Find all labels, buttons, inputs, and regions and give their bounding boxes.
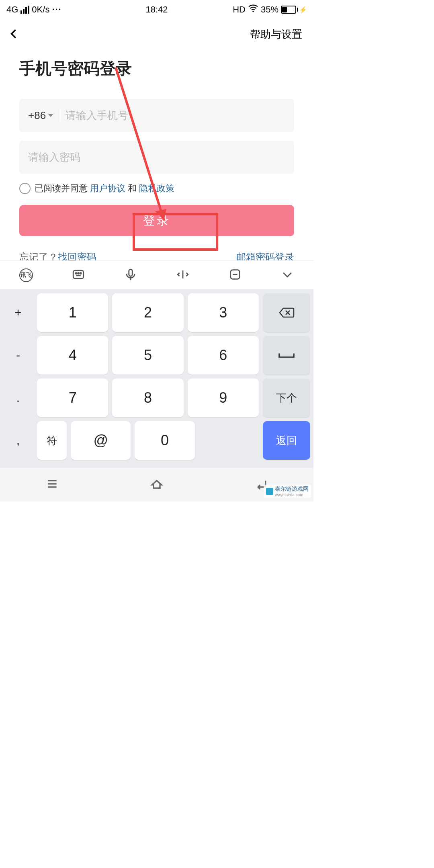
nav-menu-icon[interactable]: [44, 477, 60, 492]
key-at[interactable]: @: [71, 421, 131, 460]
watermark-logo-icon: [266, 488, 273, 495]
ime-brand-icon[interactable]: 讯飞: [19, 268, 33, 282]
password-input-row: [19, 141, 294, 174]
key-7[interactable]: 7: [37, 379, 108, 417]
wifi-icon: [248, 3, 258, 16]
keyboard-switch-icon[interactable]: [72, 268, 85, 283]
back-icon[interactable]: [8, 28, 20, 41]
svg-point-4: [76, 272, 77, 274]
key-0[interactable]: 0: [135, 421, 194, 460]
svg-point-5: [78, 272, 79, 274]
keyboard-toolbar: 讯飞: [0, 260, 313, 289]
help-settings-link[interactable]: 帮助与设置: [250, 27, 302, 41]
key-blank: [199, 421, 259, 460]
key-comma[interactable]: ,: [3, 421, 33, 460]
signal-icon: [20, 6, 29, 14]
user-agreement-link[interactable]: 用户协议: [90, 183, 125, 193]
key-plus[interactable]: +: [3, 293, 33, 332]
key-space[interactable]: [263, 336, 310, 375]
status-bar: 4G 0K/s ··· 18:42 HD 35% ⚡: [0, 0, 313, 19]
key-1[interactable]: 1: [37, 293, 108, 332]
key-next[interactable]: 下个: [263, 379, 310, 417]
page-title: 手机号密码登录: [19, 57, 294, 80]
key-9[interactable]: 9: [188, 379, 259, 417]
collapse-keyboard-icon[interactable]: [280, 268, 294, 283]
key-6[interactable]: 6: [188, 336, 259, 375]
key-3[interactable]: 3: [188, 293, 259, 332]
more-dots-icon: ···: [52, 4, 61, 15]
key-8[interactable]: 8: [112, 379, 183, 417]
svg-point-6: [80, 272, 81, 274]
agreement-and: 和: [128, 183, 137, 193]
chevron-down-icon: [48, 114, 53, 117]
key-minus[interactable]: -: [3, 336, 33, 375]
nav-home-icon[interactable]: [149, 477, 165, 492]
app-header: 帮助与设置: [0, 19, 313, 49]
key-return[interactable]: 返回: [263, 421, 310, 460]
key-dot[interactable]: .: [3, 379, 33, 417]
login-button[interactable]: 登录: [19, 205, 294, 236]
clock: 18:42: [145, 4, 168, 15]
privacy-policy-link[interactable]: 隐私政策: [139, 183, 174, 193]
network-label: 4G: [6, 4, 18, 15]
agreement-prefix: 已阅读并同意: [35, 183, 88, 193]
svg-rect-8: [129, 269, 133, 276]
speed-label: 0K/s: [32, 4, 49, 15]
cursor-move-icon[interactable]: [176, 268, 190, 283]
watermark: 泰尔链游戏网 www.tairda.com: [264, 485, 311, 498]
country-code-selector[interactable]: +86: [28, 109, 59, 122]
agreement-row: 已阅读并同意 用户协议 和 隐私政策: [19, 182, 294, 194]
watermark-url: www.tairda.com: [275, 493, 309, 497]
agreement-checkbox[interactable]: [19, 183, 31, 194]
svg-point-0: [252, 11, 254, 12]
password-input[interactable]: [28, 151, 285, 164]
voice-icon[interactable]: [124, 268, 137, 283]
watermark-name: 泰尔链游戏网: [275, 485, 309, 492]
battery-pct: 35%: [261, 4, 278, 15]
phone-input-row: +86: [19, 99, 294, 132]
battery-icon: ⚡: [281, 6, 307, 14]
key-backspace[interactable]: [263, 293, 310, 332]
key-5[interactable]: 5: [112, 336, 183, 375]
login-form: 手机号密码登录 +86 已阅读并同意 用户协议 和 隐私政策 登录 忘记了？找回…: [0, 49, 313, 264]
key-2[interactable]: 2: [112, 293, 183, 332]
key-symbols[interactable]: 符: [37, 421, 67, 460]
key-4[interactable]: 4: [37, 336, 108, 375]
country-code-label: +86: [28, 109, 46, 122]
clipboard-icon[interactable]: [228, 268, 242, 283]
hd-label: HD: [233, 4, 246, 15]
numeric-keyboard: + 1 2 3 - 4 5 6 . 7 8 9 下个 , 符 @ 0 返回: [0, 289, 313, 468]
phone-input[interactable]: [66, 109, 285, 122]
